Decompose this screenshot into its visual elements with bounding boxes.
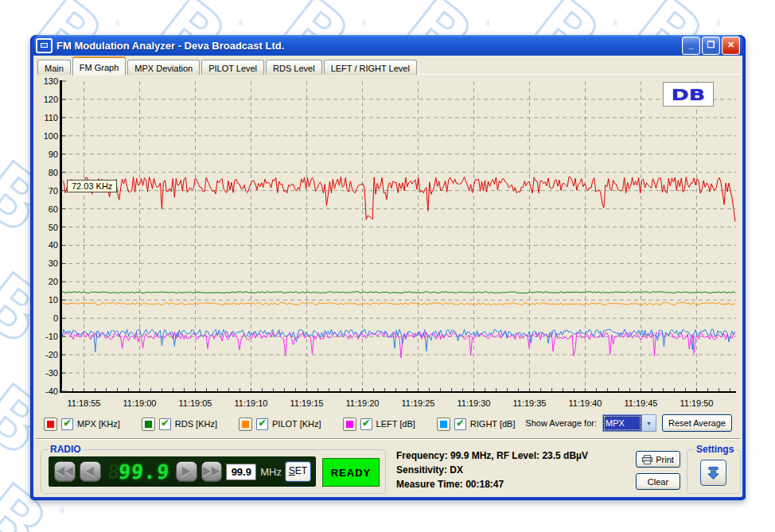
- x-tick-label: 11:19:05: [173, 398, 218, 408]
- legend-label: MPX [KHz]: [77, 419, 120, 429]
- y-tick-label: 100: [36, 131, 58, 141]
- svg-text:®: ®: [235, 17, 243, 30]
- series-legend: ✔MPX [KHz]✔RDS [KHz]✔PILOT [KHz]✔LEFT [d…: [44, 415, 516, 433]
- x-tick-label: 11:19:00: [118, 398, 162, 408]
- window-title: FM Modulation Analyzer - Deva Broadcast …: [56, 40, 678, 52]
- y-tick-label: 40: [36, 240, 58, 250]
- y-tick-label: -30: [36, 368, 58, 378]
- y-tick-label: 20: [36, 277, 58, 286]
- frequency-display: 8 99.9: [107, 460, 169, 483]
- y-tick-label: 120: [36, 95, 58, 104]
- tab-fm-graph[interactable]: FM Graph: [72, 56, 127, 76]
- radio-group-label: RADIO: [48, 444, 84, 455]
- db-logo-text: DB: [671, 85, 705, 104]
- y-tick-label: 30: [36, 258, 58, 268]
- series-visibility-checkbox[interactable]: ✔: [454, 418, 466, 430]
- show-average-label: Show Average for:: [525, 418, 597, 428]
- y-tick-label: -20: [36, 350, 58, 359]
- printer-icon: [642, 455, 652, 464]
- seek-up-button[interactable]: [201, 461, 223, 482]
- download-arrow-icon: [706, 465, 721, 481]
- sensitivity-text: Sensitivity: DX: [396, 463, 588, 477]
- seek-down-button[interactable]: [54, 461, 76, 482]
- tab-bar: Main FM Graph MPX Deviation PILOT Level …: [37, 58, 417, 75]
- legend-label: RIGHT [dB]: [470, 419, 516, 429]
- title-bar[interactable]: FM Modulation Analyzer - Deva Broadcast …: [33, 35, 742, 56]
- app-window: FM Modulation Analyzer - Deva Broadcast …: [30, 35, 746, 500]
- y-tick-label: 90: [36, 150, 58, 159]
- svg-text:®: ®: [111, 17, 119, 30]
- chevron-down-icon[interactable]: ▼: [641, 415, 656, 431]
- tab-pilot-level[interactable]: PILOT Level: [201, 60, 264, 75]
- panel-separator: [36, 438, 740, 440]
- settings-button[interactable]: [700, 460, 726, 486]
- average-bar: Show Average for: MPX ▼ Reset Average: [525, 414, 732, 432]
- window-body: Main FM Graph MPX Deviation PILOT Level …: [33, 56, 742, 497]
- svg-text:®: ®: [358, 17, 366, 30]
- print-button[interactable]: Print: [636, 451, 680, 468]
- svg-text:®: ®: [481, 17, 489, 30]
- legend-item: ✔RIGHT [dB]: [437, 417, 516, 431]
- mhz-unit-label: MHz: [260, 466, 282, 478]
- x-tick-label: 11:19:50: [675, 398, 719, 408]
- frequency-input[interactable]: 99.9: [226, 464, 256, 480]
- y-tick-label: 130: [36, 76, 58, 86]
- legend-label: RDS [KHz]: [175, 419, 217, 429]
- series-visibility-checkbox[interactable]: ✔: [256, 418, 268, 430]
- y-tick-label: -10: [36, 332, 58, 341]
- x-tick-label: 11:19:40: [563, 398, 608, 408]
- y-tick-label: 10: [36, 295, 58, 305]
- settings-group-label: Settings: [694, 444, 736, 455]
- legend-label: PILOT [KHz]: [272, 419, 321, 429]
- legend-item: ✔PILOT [KHz]: [239, 417, 321, 431]
- svg-text:®: ®: [609, 17, 617, 30]
- series-color-button[interactable]: [142, 417, 155, 431]
- series-color-button[interactable]: [239, 417, 252, 431]
- y-tick-label: 70: [36, 186, 58, 196]
- maximize-button[interactable]: ❐: [702, 37, 720, 55]
- tab-left-right-level[interactable]: LEFT / RIGHT Level: [324, 60, 417, 75]
- reset-average-button[interactable]: Reset Average: [662, 414, 732, 432]
- legend-item: ✔LEFT [dB]: [343, 417, 415, 431]
- fm-graph-chart[interactable]: 72.03 KHz DB: [60, 80, 737, 394]
- status-indicator: READY: [322, 458, 380, 487]
- deva-db-logo: DB: [663, 82, 714, 107]
- radio-groupbox: RADIO 8 99.9 99.9 MHz: [41, 449, 386, 494]
- y-tick-label: 60: [36, 204, 58, 214]
- step-down-button[interactable]: [80, 461, 101, 482]
- x-tick-label: 11:19:10: [229, 398, 274, 408]
- frequency-digits: 99.9: [117, 460, 170, 483]
- legend-item: ✔RDS [KHz]: [142, 417, 217, 431]
- right-arrow-icon: [182, 467, 190, 476]
- plot-area: [60, 80, 737, 394]
- tab-rds-level[interactable]: RDS Level: [266, 60, 322, 75]
- y-tick-label: 110: [36, 113, 58, 122]
- step-up-button[interactable]: [176, 461, 197, 482]
- series-color-button[interactable]: [44, 417, 57, 431]
- average-selected-value: MPX: [603, 415, 641, 431]
- clear-button[interactable]: Clear: [636, 473, 680, 490]
- series-visibility-checkbox[interactable]: ✔: [360, 418, 372, 430]
- measure-time-text: Measure Time: 00:18:47: [396, 477, 588, 491]
- series-visibility-checkbox[interactable]: ✔: [61, 418, 73, 430]
- tab-mpx-deviation[interactable]: MPX Deviation: [127, 60, 200, 75]
- double-left-arrow-icon: [56, 467, 64, 476]
- tab-main[interactable]: Main: [37, 60, 71, 75]
- average-series-select[interactable]: MPX ▼: [602, 414, 656, 432]
- x-tick-label: 11:19:30: [452, 398, 497, 408]
- x-tick-label: 11:18:55: [62, 398, 107, 408]
- x-tick-label: 11:19:45: [619, 398, 664, 408]
- tuner-lcd-panel: 8 99.9 99.9 MHz SET: [49, 456, 316, 487]
- x-tick-label: 11:19:15: [285, 398, 329, 408]
- close-button[interactable]: ✕: [722, 37, 740, 55]
- series-visibility-checkbox[interactable]: ✔: [159, 418, 171, 430]
- y-tick-label: -40: [36, 386, 58, 396]
- x-tick-label: 11:19:25: [396, 398, 441, 408]
- series-color-button[interactable]: [343, 417, 356, 431]
- series-color-button[interactable]: [437, 417, 450, 431]
- settings-groupbox: Settings: [687, 449, 741, 494]
- svg-text:®: ®: [56, 504, 64, 518]
- minimize-button[interactable]: _: [682, 37, 700, 55]
- set-button[interactable]: SET: [286, 462, 310, 481]
- x-tick-label: 11:19:35: [508, 398, 552, 408]
